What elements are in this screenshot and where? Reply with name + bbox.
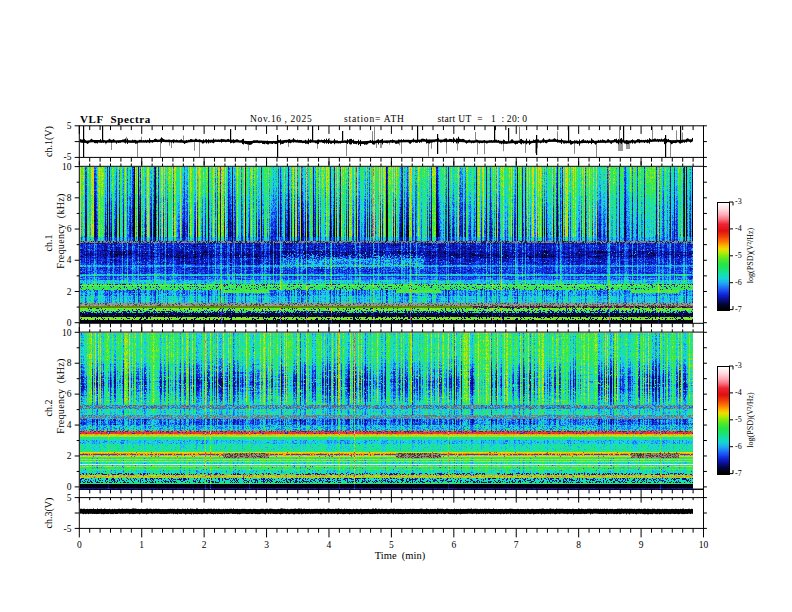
svg-text:10: 10 — [62, 162, 72, 172]
svg-text:Nov.16 , 2025: Nov.16 , 2025 — [250, 114, 312, 124]
svg-text:2: 2 — [67, 287, 72, 297]
svg-text:6: 6 — [67, 224, 72, 234]
svg-text:Frequency (kHz): Frequency (kHz) — [55, 193, 67, 268]
svg-text:-4: -4 — [735, 224, 742, 233]
svg-text:6: 6 — [67, 389, 72, 399]
svg-text:8: 8 — [67, 358, 72, 368]
svg-text:3: 3 — [264, 540, 269, 550]
svg-text:-5: -5 — [64, 152, 72, 162]
svg-text:-5: -5 — [735, 415, 742, 424]
svg-text:9: 9 — [639, 540, 644, 550]
svg-text:8: 8 — [576, 540, 581, 550]
svg-text:1: 1 — [139, 540, 144, 550]
svg-text:ch.1: ch.1 — [43, 235, 54, 252]
svg-text:-4: -4 — [735, 388, 742, 397]
svg-text:0: 0 — [67, 482, 72, 492]
svg-text:-3: -3 — [735, 361, 742, 370]
svg-text:Time (min): Time (min) — [375, 550, 426, 562]
svg-text:7: 7 — [514, 540, 519, 550]
svg-text:2: 2 — [202, 540, 207, 550]
svg-text:ch.2: ch.2 — [43, 400, 54, 417]
svg-text:-6: -6 — [735, 442, 742, 451]
svg-text:start UT = 1 : 20: 0: start UT = 1 : 20: 0 — [438, 114, 528, 124]
svg-text:ch.1(V): ch.1(V) — [43, 126, 55, 157]
svg-text:2: 2 — [67, 451, 72, 461]
svg-text:5: 5 — [67, 121, 72, 131]
svg-text:8: 8 — [67, 193, 72, 203]
svg-text:0: 0 — [77, 540, 82, 550]
svg-text:-3: -3 — [735, 197, 742, 206]
svg-text:6: 6 — [451, 540, 456, 550]
svg-text:10: 10 — [62, 328, 72, 338]
svg-text:4: 4 — [67, 420, 72, 430]
svg-text:ch.3(V): ch.3(V) — [43, 498, 55, 529]
svg-text:-7: -7 — [735, 305, 742, 314]
svg-text:5: 5 — [389, 540, 394, 550]
svg-text:-7: -7 — [735, 469, 742, 478]
svg-text:station= ATH: station= ATH — [344, 114, 405, 124]
svg-text:log(PSD)(V²/Hz): log(PSD)(V²/Hz) — [746, 392, 755, 448]
svg-text:log(PSD)(V²/Hz): log(PSD)(V²/Hz) — [746, 228, 755, 284]
svg-text:VLF Spectra: VLF Spectra — [80, 113, 151, 125]
svg-text:4: 4 — [67, 255, 72, 265]
svg-text:Frequency (kHz): Frequency (kHz) — [55, 358, 67, 433]
svg-text:-5: -5 — [64, 524, 72, 534]
svg-text:4: 4 — [327, 540, 332, 550]
svg-text:-6: -6 — [735, 278, 742, 287]
svg-text:5: 5 — [67, 493, 72, 503]
svg-text:10: 10 — [699, 540, 709, 550]
svg-text:-5: -5 — [735, 251, 742, 260]
